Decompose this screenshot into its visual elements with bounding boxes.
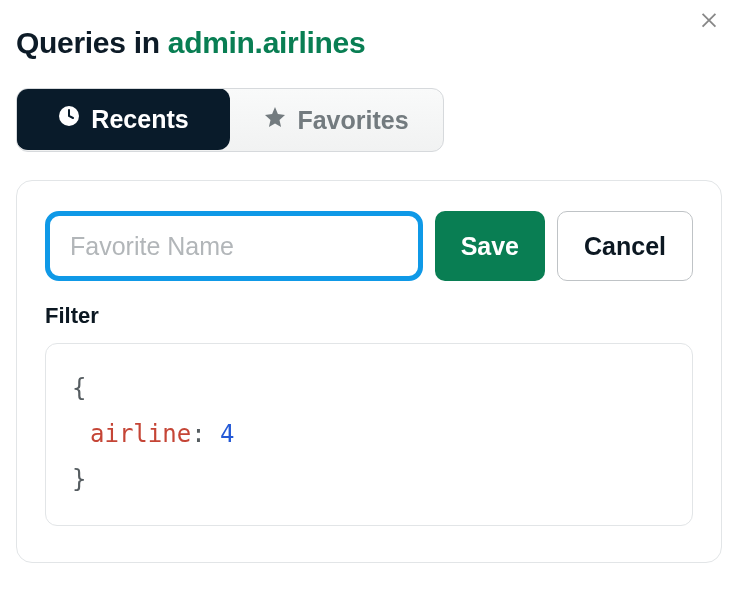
save-button[interactable]: Save bbox=[435, 211, 545, 281]
title-prefix: Queries in bbox=[16, 26, 168, 59]
cancel-button[interactable]: Cancel bbox=[557, 211, 693, 281]
query-panel: Save Cancel Filter { airline: 4 } bbox=[16, 180, 722, 563]
tabs: Recents Favorites bbox=[16, 88, 444, 152]
tab-favorites-label: Favorites bbox=[297, 106, 408, 135]
code-open-brace: { bbox=[72, 366, 666, 412]
code-value: 4 bbox=[220, 420, 234, 448]
title-namespace: admin.airlines bbox=[168, 26, 366, 59]
tab-favorites[interactable]: Favorites bbox=[229, 89, 443, 151]
clock-icon bbox=[57, 104, 81, 134]
code-sep: : bbox=[191, 420, 220, 448]
filter-code: { airline: 4 } bbox=[45, 343, 693, 526]
close-icon[interactable] bbox=[698, 8, 722, 32]
code-key: airline bbox=[90, 420, 191, 448]
tab-recents-label: Recents bbox=[91, 105, 188, 134]
tab-recents[interactable]: Recents bbox=[16, 88, 230, 150]
star-icon bbox=[263, 105, 287, 135]
favorite-name-input[interactable] bbox=[45, 211, 423, 281]
dialog-title: Queries in admin.airlines bbox=[16, 26, 722, 60]
code-line: airline: 4 bbox=[72, 412, 666, 458]
code-close-brace: } bbox=[72, 457, 666, 503]
save-row: Save Cancel bbox=[45, 211, 693, 281]
filter-label: Filter bbox=[45, 303, 693, 329]
